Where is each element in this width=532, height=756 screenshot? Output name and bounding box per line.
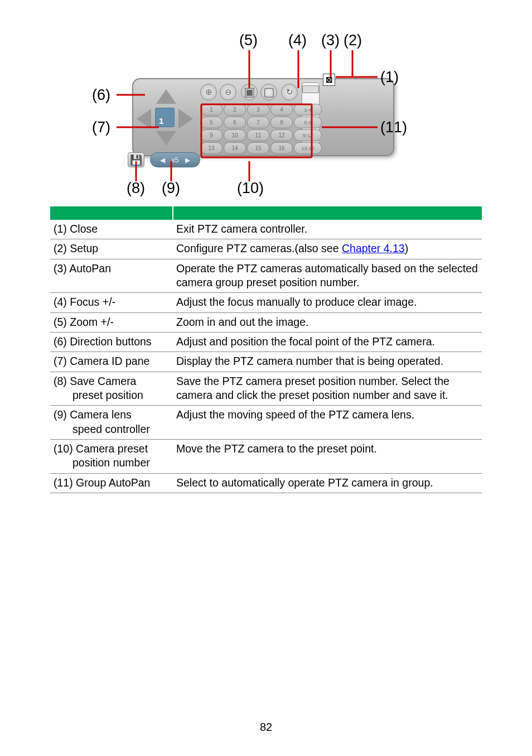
- callout-2: (2): [344, 32, 362, 49]
- row-desc: Operate the PTZ cameras automatically ba…: [173, 259, 482, 293]
- row-name: (10) Camera presetposition number: [50, 440, 173, 474]
- callout-1: (1): [380, 69, 399, 86]
- preset-6[interactable]: 6: [224, 117, 246, 128]
- dir-up[interactable]: [156, 89, 176, 104]
- table-row: (6) Direction buttons Adjust and positio…: [50, 333, 482, 352]
- speed-controller[interactable]: ◀ x5 ▶: [150, 152, 200, 167]
- table-row: (3) AutoPan Operate the PTZ cameras auto…: [50, 259, 482, 293]
- table-row: (11) Group AutoPan Select to automatical…: [50, 473, 482, 493]
- zoom-out-button[interactable]: ▢: [260, 84, 277, 100]
- table-row: (8) Save Camerapreset position Save the …: [50, 372, 482, 406]
- save-preset-button[interactable]: 💾: [128, 152, 144, 167]
- table-row: (4) Focus +/- Adjust the focus manually …: [50, 293, 482, 312]
- row-name: (6) Direction buttons: [50, 333, 173, 352]
- camera-id-pane: 1: [155, 108, 175, 127]
- dir-left[interactable]: [137, 109, 151, 129]
- row-name: (9) Camera lensspeed controller: [50, 406, 173, 440]
- preset-9[interactable]: 9: [200, 129, 223, 141]
- autopan-button[interactable]: ↻: [281, 84, 298, 100]
- dir-down[interactable]: [156, 131, 176, 146]
- row-name: (8) Save Camerapreset position: [50, 372, 173, 406]
- group-9-12[interactable]: 9-12: [294, 129, 322, 141]
- speed-decrease[interactable]: ◀: [160, 156, 165, 164]
- speed-value: x5: [172, 156, 179, 164]
- table-row: (7) Camera ID pane Display the PTZ camer…: [50, 352, 482, 372]
- close-button[interactable]: ⊠: [323, 74, 335, 86]
- table-row: (5) Zoom +/- Zoom in and out the image.: [50, 312, 482, 332]
- callout-5: (5): [239, 32, 258, 49]
- callout-6: (6): [92, 86, 110, 104]
- preset-position-grid: 1 2 3 4 1-4 5 6 7 8 5-8 9 10 11 12 9-12 …: [200, 104, 320, 154]
- chapter-link[interactable]: Chapter 4.13: [342, 242, 405, 254]
- row-name: (3) AutoPan: [50, 259, 173, 293]
- row-desc: Move the PTZ camera to the preset point.: [173, 440, 482, 474]
- row-name: (11) Group AutoPan: [50, 473, 173, 493]
- group-13-16[interactable]: 13-16: [294, 142, 322, 154]
- table-row: (2) Setup Configure PTZ cameras.(also se…: [50, 239, 482, 259]
- row-desc: Select to automatically operate PTZ came…: [173, 473, 482, 493]
- preset-13[interactable]: 13: [200, 142, 223, 154]
- row-name: (2) Setup: [50, 239, 173, 259]
- preset-1[interactable]: 1: [200, 104, 223, 115]
- group-1-4[interactable]: 1-4: [294, 104, 322, 115]
- zoom-in-button[interactable]: ▣: [241, 84, 258, 100]
- callout-9: (9): [162, 180, 180, 197]
- row-desc: Zoom in and out the image.: [173, 312, 482, 332]
- callout-7: (7): [92, 119, 110, 136]
- table-row: (1) Close Exit PTZ camera controller.: [50, 220, 482, 239]
- row-desc: Configure PTZ cameras.(also see Chapter …: [173, 239, 482, 259]
- row-desc: Adjust the focus manually to produce cle…: [173, 293, 482, 312]
- row-name: (1) Close: [50, 220, 173, 239]
- preset-10[interactable]: 10: [224, 129, 246, 141]
- row-desc: Exit PTZ camera controller.: [173, 220, 482, 239]
- table-row: (9) Camera lensspeed controller Adjust t…: [50, 406, 482, 440]
- table-row: (10) Camera presetposition number Move t…: [50, 440, 482, 474]
- preset-12[interactable]: 12: [270, 129, 293, 141]
- preset-8[interactable]: 8: [270, 117, 293, 128]
- callout-3: (3): [321, 32, 340, 49]
- dir-right[interactable]: [178, 109, 193, 129]
- row-name: (5) Zoom +/-: [50, 312, 173, 332]
- focus-in-button[interactable]: ⊕: [200, 84, 217, 100]
- preset-2[interactable]: 2: [224, 104, 246, 115]
- row-desc: Display the PTZ camera number that is be…: [173, 352, 482, 372]
- preset-3[interactable]: 3: [247, 104, 269, 115]
- row-name: (4) Focus +/-: [50, 293, 173, 312]
- slider-knob[interactable]: [302, 85, 319, 93]
- callout-4: (4): [288, 32, 307, 49]
- row-name: (7) Camera ID pane: [50, 352, 173, 372]
- preset-5[interactable]: 5: [200, 117, 223, 128]
- preset-16[interactable]: 16: [270, 142, 293, 154]
- preset-14[interactable]: 14: [224, 142, 246, 154]
- preset-7[interactable]: 7: [247, 117, 269, 128]
- reference-table: (1) Close Exit PTZ camera controller. (2…: [50, 206, 482, 493]
- callout-11: (11): [380, 119, 407, 136]
- page-number: 82: [0, 721, 532, 734]
- callout-8: (8): [127, 180, 145, 197]
- ptz-controller-diagram: 1 ⊕ ⊖ ▣ ▢ ↻ ⊠ 1 2 3 4 1-4 5 6 7 8 5-8: [76, 33, 456, 195]
- focus-out-button[interactable]: ⊖: [220, 84, 236, 100]
- ptz-panel: 1 ⊕ ⊖ ▣ ▢ ↻ ⊠ 1 2 3 4 1-4 5 6 7 8 5-8: [132, 78, 394, 156]
- group-5-8[interactable]: 5-8: [294, 117, 322, 128]
- preset-15[interactable]: 15: [247, 142, 269, 154]
- preset-11[interactable]: 11: [247, 129, 269, 141]
- preset-4[interactable]: 4: [270, 104, 293, 115]
- row-desc: Adjust and position the focal point of t…: [173, 333, 482, 352]
- callout-10: (10): [237, 180, 264, 197]
- row-desc: Save the PTZ camera preset position numb…: [173, 372, 482, 406]
- speed-increase[interactable]: ▶: [185, 156, 190, 164]
- direction-buttons[interactable]: 1: [138, 90, 192, 145]
- row-desc: Adjust the moving speed of the PTZ camer…: [173, 406, 482, 440]
